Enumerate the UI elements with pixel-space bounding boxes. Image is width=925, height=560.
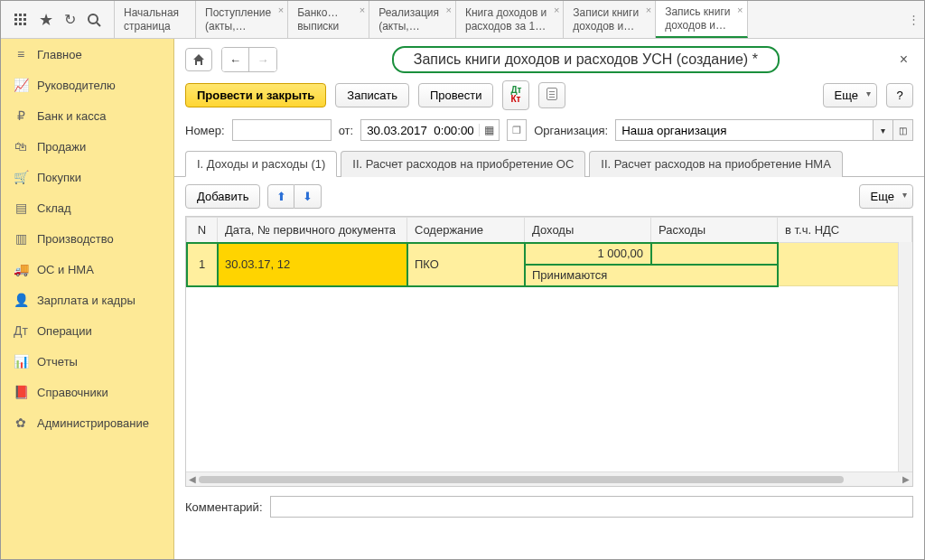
- cell-doc[interactable]: 30.03.17, 12: [218, 243, 407, 286]
- unknown-icon[interactable]: ❐: [507, 119, 527, 141]
- sidebar-item[interactable]: 🛍Продажи: [1, 131, 173, 162]
- sidebar-item[interactable]: 👤Зарплата и кадры: [1, 285, 173, 315]
- cell-status[interactable]: Принимаются: [525, 265, 778, 286]
- sidebar-item[interactable]: ✿Администрирование: [1, 407, 173, 438]
- col-n[interactable]: N: [187, 218, 218, 243]
- sidebar-icon: ▤: [14, 201, 28, 215]
- table-more-button[interactable]: Еще: [859, 184, 913, 209]
- sidebar-item[interactable]: ₽Банк и касса: [1, 100, 173, 131]
- section-tab[interactable]: II. Расчет расходов на приобретение ОС: [341, 151, 585, 177]
- cell-content[interactable]: ПКО: [407, 243, 525, 286]
- move-up-button[interactable]: ⬆: [267, 184, 294, 209]
- sidebar-item-label: Зарплата и кадры: [37, 294, 135, 307]
- section-tab[interactable]: I. Доходы и расходы (1): [185, 151, 337, 177]
- cell-income[interactable]: 1 000,00: [525, 243, 651, 265]
- window-tab[interactable]: Книга доходов ирасходов за 1…×: [456, 1, 564, 38]
- grid-icon[interactable]: [14, 13, 28, 27]
- move-down-button[interactable]: ⬇: [294, 184, 322, 209]
- col-vat[interactable]: в т.ч. НДС: [778, 218, 912, 243]
- sidebar-icon: 🚚: [14, 262, 28, 276]
- sidebar-icon: Дт: [14, 323, 28, 338]
- comment-input[interactable]: [270, 496, 914, 518]
- tabbar-tools: ★ ↻: [1, 1, 115, 38]
- header-form: Номер: от: ▦ ❐ Организация: ▾ ◫: [174, 119, 924, 150]
- window-tab[interactable]: Запись книгидоходов и…×: [656, 1, 747, 38]
- sidebar-item[interactable]: 📊Отчеты: [1, 346, 173, 377]
- help-button[interactable]: ?: [886, 83, 913, 107]
- section-tab[interactable]: II. Расчет расходов на приобретение НМА: [589, 151, 842, 177]
- income-expense-table: N Дата, № первичного документа Содержани…: [186, 217, 912, 286]
- search-icon[interactable]: [87, 13, 101, 27]
- sidebar-item[interactable]: 🛒Покупки: [1, 162, 173, 192]
- sidebar-item-label: Операции: [37, 324, 92, 338]
- cell-vat[interactable]: [778, 243, 912, 286]
- sidebar-item-label: Покупки: [37, 171, 81, 184]
- comment-row: Комментарий:: [174, 487, 924, 528]
- sidebar-icon: 📕: [14, 385, 28, 399]
- sidebar-icon: 📊: [14, 354, 28, 369]
- sidebar-item[interactable]: ≡Главное: [1, 39, 173, 70]
- date-input[interactable]: [361, 120, 479, 140]
- window-tab[interactable]: Поступление(акты,…×: [196, 1, 288, 38]
- org-input[interactable]: [615, 119, 874, 141]
- star-icon[interactable]: ★: [39, 10, 53, 30]
- content-panel: ← → Запись книги доходов и расходов УСН …: [174, 39, 924, 559]
- forward-button[interactable]: →: [249, 48, 276, 71]
- window-tab[interactable]: Записи книгидоходов и…×: [564, 1, 656, 38]
- sidebar-item[interactable]: ▤Склад: [1, 192, 173, 223]
- sidebar-item[interactable]: 📕Справочники: [1, 377, 173, 407]
- col-expense[interactable]: Расходы: [651, 218, 778, 243]
- vertical-scrollbar[interactable]: [898, 242, 912, 471]
- number-input[interactable]: [232, 119, 332, 141]
- col-doc[interactable]: Дата, № первичного документа: [218, 218, 407, 243]
- attach-button[interactable]: [538, 82, 565, 108]
- save-button[interactable]: Записать: [335, 83, 409, 107]
- cell-expense[interactable]: [651, 243, 778, 265]
- cell-n[interactable]: 1: [187, 243, 218, 286]
- dtkt-button[interactable]: ДтКт: [502, 80, 529, 110]
- org-open-button[interactable]: ◫: [893, 119, 913, 141]
- post-button[interactable]: Провести: [418, 83, 494, 107]
- close-icon[interactable]: ×: [360, 5, 365, 16]
- post-and-close-button[interactable]: Провести и закрыть: [185, 83, 326, 107]
- horizontal-scrollbar[interactable]: ◀ ▶: [186, 471, 912, 486]
- col-content[interactable]: Содержание: [407, 218, 525, 243]
- col-income[interactable]: Доходы: [525, 218, 651, 243]
- back-button[interactable]: ←: [222, 48, 249, 71]
- sidebar-item[interactable]: ▥Производство: [1, 223, 173, 254]
- app-tabbar: ★ ↻ НачальнаястраницаПоступление(акты,…×…: [1, 1, 924, 39]
- window-tab[interactable]: Банко…выписки×: [288, 1, 369, 38]
- tabbar-overflow-icon[interactable]: ⋮: [902, 1, 924, 38]
- svg-rect-1: [19, 14, 22, 16]
- home-button[interactable]: [185, 48, 212, 71]
- sidebar-item[interactable]: ДтОперации: [1, 315, 173, 346]
- close-icon[interactable]: ×: [446, 5, 452, 16]
- scroll-thumb[interactable]: [199, 476, 844, 483]
- close-icon[interactable]: ×: [646, 5, 651, 16]
- scroll-right-icon[interactable]: ▶: [902, 474, 910, 484]
- svg-rect-7: [19, 23, 22, 25]
- sidebar-item[interactable]: 📈Руководителю: [1, 70, 173, 100]
- sidebar-icon: ≡: [14, 47, 28, 61]
- window-tab[interactable]: Реализация(акты,…×: [369, 1, 456, 38]
- close-icon[interactable]: ×: [554, 5, 559, 16]
- nav-sidebar: ≡Главное📈Руководителю₽Банк и касса🛍Прода…: [1, 39, 174, 559]
- sidebar-item-label: ОС и НМА: [37, 263, 94, 276]
- svg-rect-8: [23, 23, 26, 25]
- sidebar-icon: 🛒: [14, 170, 28, 184]
- window-tab[interactable]: Начальнаястраница: [115, 1, 196, 38]
- svg-rect-0: [14, 14, 17, 16]
- number-label: Номер:: [185, 124, 225, 137]
- more-button[interactable]: Еще: [823, 83, 877, 107]
- scroll-left-icon[interactable]: ◀: [189, 474, 196, 484]
- close-button[interactable]: ×: [894, 51, 913, 68]
- add-row-button[interactable]: Добавить: [185, 184, 260, 209]
- org-dropdown-button[interactable]: ▾: [874, 119, 893, 141]
- calendar-icon[interactable]: ▦: [479, 124, 499, 136]
- org-label: Организация:: [534, 124, 608, 137]
- table-row[interactable]: 1 30.03.17, 12 ПКО 1 000,00: [187, 243, 912, 265]
- close-icon[interactable]: ×: [737, 5, 743, 16]
- close-icon[interactable]: ×: [278, 5, 284, 16]
- sidebar-item[interactable]: 🚚ОС и НМА: [1, 254, 173, 285]
- history-icon[interactable]: ↻: [64, 11, 76, 28]
